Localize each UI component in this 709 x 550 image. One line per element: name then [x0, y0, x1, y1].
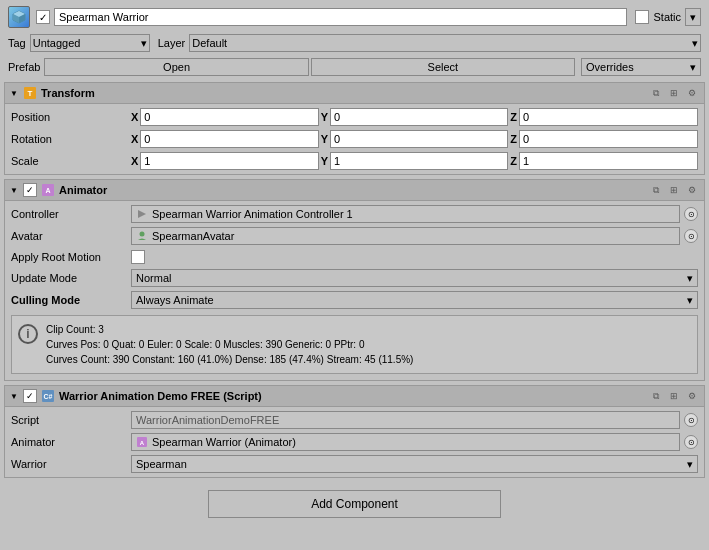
overrides-dropdown[interactable]: Overrides ▾ [581, 58, 701, 76]
transform-header[interactable]: ▼ T Transform ⧉ ⊞ ⚙ [4, 82, 705, 104]
update-mode-dropdown[interactable]: Normal ▾ [131, 269, 698, 287]
script-field-row: Script WarriorAnimationDemoFREE ⊙ [5, 409, 704, 431]
select-button[interactable]: Select [311, 58, 575, 76]
static-label: Static [653, 11, 681, 23]
avatar-field: SpearmanAvatar [131, 227, 680, 245]
culling-mode-row: Culling Mode Always Animate ▾ [5, 289, 704, 311]
apply-root-motion-checkbox[interactable] [131, 250, 145, 264]
position-z-input[interactable] [519, 108, 698, 126]
position-x-field: X [131, 108, 319, 126]
rotation-x-input[interactable] [140, 130, 318, 148]
culling-mode-arrow: ▾ [687, 294, 693, 307]
avatar-picker-btn[interactable]: ⊙ [684, 229, 698, 243]
rotation-z-input[interactable] [519, 130, 698, 148]
transform-body: Position X Y Z [4, 104, 705, 175]
info-line3: Curves Count: 390 Constant: 160 (41.0%) … [46, 352, 413, 367]
animator-title: Animator [59, 184, 648, 196]
script-header[interactable]: ▼ C# Warrior Animation Demo FREE (Script… [4, 385, 705, 407]
controller-row: Controller Spearman Warrior Animation Co… [5, 203, 704, 225]
scale-x-input[interactable] [140, 152, 318, 170]
avatar-label: Avatar [11, 230, 131, 242]
position-xyz: X Y Z [131, 108, 698, 126]
script-animator-icon: A [136, 436, 148, 448]
animator-component-icon: A [41, 183, 55, 197]
static-checkbox[interactable] [635, 10, 649, 24]
script-field-label: Script [11, 414, 131, 426]
transform-gear-icon[interactable]: ⚙ [684, 85, 700, 101]
update-mode-value: Normal [136, 272, 171, 284]
script-layout-icon[interactable]: ⊞ [666, 388, 682, 404]
rotation-y-input[interactable] [330, 130, 508, 148]
script-copy-icon[interactable]: ⧉ [648, 388, 664, 404]
layer-dropdown[interactable]: Default ▾ [189, 34, 701, 52]
animator-info-box: i Clip Count: 3 Curves Pos: 0 Quat: 0 Eu… [11, 315, 698, 374]
animator-body: Controller Spearman Warrior Animation Co… [4, 201, 705, 381]
position-y-input[interactable] [330, 108, 508, 126]
rotation-row: Rotation X Y Z [5, 128, 704, 150]
info-line2: Curves Pos: 0 Quat: 0 Euler: 0 Scale: 0 … [46, 337, 413, 352]
info-text: Clip Count: 3 Curves Pos: 0 Quat: 0 Eule… [46, 322, 413, 367]
tag-layer-row: Tag Untagged ▾ Layer Default ▾ [4, 32, 705, 54]
static-area: Static ▾ [635, 8, 701, 26]
warrior-value: Spearman [136, 458, 187, 470]
transform-copy-icon[interactable]: ⧉ [648, 85, 664, 101]
warrior-row: Warrior Spearman ▾ [5, 453, 704, 475]
tag-label: Tag [8, 37, 26, 49]
script-body: Script WarriorAnimationDemoFREE ⊙ Animat… [4, 407, 705, 478]
animator-enabled-checkbox[interactable] [23, 183, 37, 197]
prefab-row: Prefab Open Select Overrides ▾ [4, 56, 705, 78]
rotation-z-field: Z [510, 130, 698, 148]
scale-z-input[interactable] [519, 152, 698, 170]
transform-layout-icon[interactable]: ⊞ [666, 85, 682, 101]
controller-value: Spearman Warrior Animation Controller 1 [152, 208, 353, 220]
position-label: Position [11, 111, 131, 123]
static-dropdown-btn[interactable]: ▾ [685, 8, 701, 26]
position-z-field: Z [510, 108, 698, 126]
info-icon: i [18, 324, 38, 344]
scale-label: Scale [11, 155, 131, 167]
animator-section: ▼ A Animator ⧉ ⊞ ⚙ Controller [4, 179, 705, 381]
open-button[interactable]: Open [44, 58, 308, 76]
script-section: ▼ C# Warrior Animation Demo FREE (Script… [4, 385, 705, 478]
animator-collapse-icon: ▼ [9, 185, 19, 195]
animator-header[interactable]: ▼ A Animator ⧉ ⊞ ⚙ [4, 179, 705, 201]
main-container: Static ▾ Tag Untagged ▾ Layer Default ▾ … [0, 0, 709, 530]
scale-y-input[interactable] [330, 152, 508, 170]
culling-mode-value: Always Animate [136, 294, 214, 306]
culling-mode-dropdown[interactable]: Always Animate ▾ [131, 291, 698, 309]
scale-z-field: Z [510, 152, 698, 170]
apply-root-motion-label: Apply Root Motion [11, 251, 131, 263]
scale-x-field: X [131, 152, 319, 170]
script-gear-icon[interactable]: ⚙ [684, 388, 700, 404]
warrior-dropdown[interactable]: Spearman ▾ [131, 455, 698, 473]
object-name-input[interactable] [54, 8, 627, 26]
tag-dropdown[interactable]: Untagged ▾ [30, 34, 150, 52]
controller-picker-btn[interactable]: ⊙ [684, 207, 698, 221]
svg-text:T: T [28, 89, 33, 98]
script-animator-picker-btn[interactable]: ⊙ [684, 435, 698, 449]
avatar-row: Avatar SpearmanAvatar ⊙ [5, 225, 704, 247]
top-bar: Static ▾ [4, 4, 705, 30]
rotation-x-field: X [131, 130, 319, 148]
transform-component-icon: T [23, 86, 37, 100]
animator-gear-icon[interactable]: ⚙ [684, 182, 700, 198]
animator-layout-icon[interactable]: ⊞ [666, 182, 682, 198]
svg-text:A: A [45, 187, 50, 194]
apply-root-motion-row: Apply Root Motion [5, 247, 704, 267]
script-title: Warrior Animation Demo FREE (Script) [59, 390, 648, 402]
script-animator-field: A Spearman Warrior (Animator) [131, 433, 680, 451]
controller-field: Spearman Warrior Animation Controller 1 [131, 205, 680, 223]
animator-copy-icon[interactable]: ⧉ [648, 182, 664, 198]
script-enabled-checkbox[interactable] [23, 389, 37, 403]
update-mode-arrow: ▾ [687, 272, 693, 285]
script-picker-btn[interactable]: ⊙ [684, 413, 698, 427]
object-active-checkbox[interactable] [36, 10, 50, 24]
rotation-label: Rotation [11, 133, 131, 145]
rotation-y-field: Y [321, 130, 509, 148]
add-component-section: Add Component [4, 482, 705, 526]
scale-row: Scale X Y Z [5, 150, 704, 172]
warrior-label: Warrior [11, 458, 131, 470]
position-row: Position X Y Z [5, 106, 704, 128]
add-component-button[interactable]: Add Component [208, 490, 501, 518]
position-x-input[interactable] [140, 108, 318, 126]
